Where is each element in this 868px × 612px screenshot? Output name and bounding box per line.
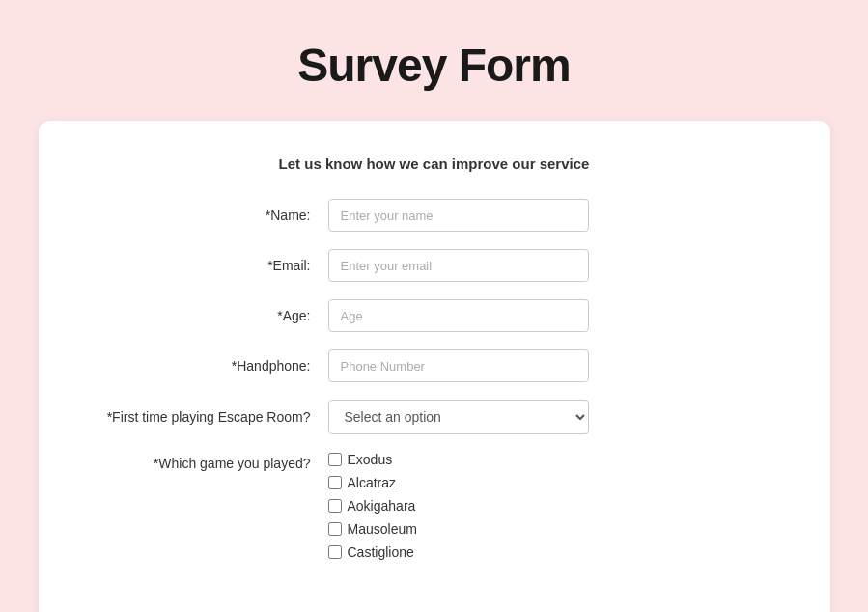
checkbox-castiglione[interactable]: [328, 545, 342, 559]
form-card: Let us know how we can improve our servi…: [39, 121, 830, 612]
page-title: Survey Form: [0, 39, 868, 92]
checkbox-item-aokigahara[interactable]: Aokigahara: [328, 498, 417, 514]
name-label: *Name:: [97, 208, 328, 223]
escape-room-select[interactable]: Select an option Yes No: [328, 400, 589, 434]
checkbox-alcatraz[interactable]: [328, 476, 342, 489]
age-input[interactable]: [328, 299, 589, 332]
checkbox-label-exodus: Exodus: [348, 452, 393, 467]
form-subtitle: Let us know how we can improve our servi…: [97, 155, 772, 172]
name-row: *Name:: [97, 199, 772, 232]
escape-room-label: *First time playing Escape Room?: [97, 409, 328, 425]
age-row: *Age:: [97, 299, 772, 332]
checkbox-label-castiglione: Castiglione: [348, 544, 414, 560]
game-played-checkboxes: Exodus Alcatraz Aokigahara Mausoleum Cas…: [328, 452, 417, 560]
checkbox-item-castiglione[interactable]: Castiglione: [328, 544, 417, 560]
game-played-label: *Which game you played?: [97, 452, 328, 471]
email-row: *Email:: [97, 249, 772, 282]
checkbox-exodus[interactable]: [328, 453, 342, 466]
checkbox-item-mausoleum[interactable]: Mausoleum: [328, 521, 417, 537]
checkbox-mausoleum[interactable]: [328, 522, 342, 536]
page-header: Survey Form: [0, 0, 868, 121]
checkbox-aokigahara[interactable]: [328, 499, 342, 513]
game-played-row: *Which game you played? Exodus Alcatraz …: [97, 452, 772, 560]
handphone-row: *Handphone:: [97, 349, 772, 382]
escape-room-row: *First time playing Escape Room? Select …: [97, 400, 772, 434]
handphone-input[interactable]: [328, 349, 589, 382]
email-label: *Email:: [97, 258, 328, 273]
checkbox-item-alcatraz[interactable]: Alcatraz: [328, 475, 417, 490]
age-label: *Age:: [97, 308, 328, 323]
name-input[interactable]: [328, 199, 589, 232]
checkbox-label-aokigahara: Aokigahara: [348, 498, 416, 514]
handphone-label: *Handphone:: [97, 358, 328, 374]
email-input[interactable]: [328, 249, 589, 282]
checkbox-label-mausoleum: Mausoleum: [348, 521, 417, 537]
checkbox-item-exodus[interactable]: Exodus: [328, 452, 417, 467]
checkbox-label-alcatraz: Alcatraz: [348, 475, 397, 490]
